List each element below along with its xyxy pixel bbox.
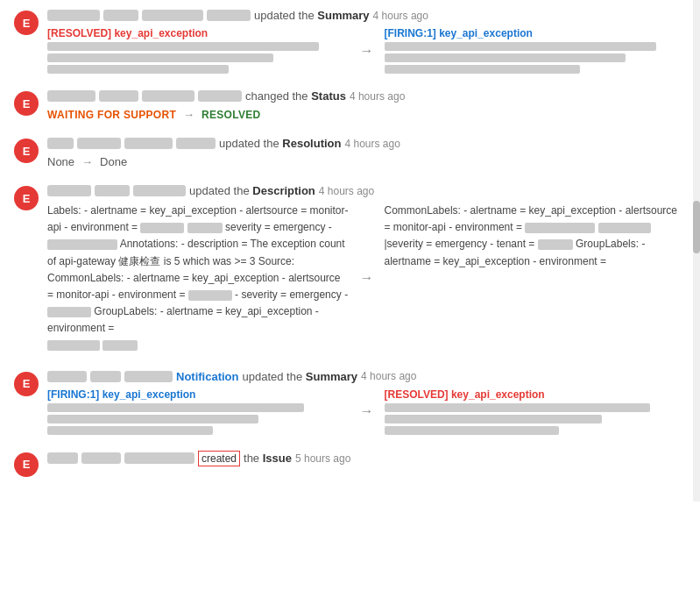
user-blur [47,371,87,382]
user-blur [77,138,121,149]
activity-header: changed the Status 4 hours ago [47,89,686,103]
activity-item: E Notification updated the Summary 4 hou… [14,370,686,435]
activity-header: updated the Resolution 4 hours ago [47,137,686,150]
user-blur [124,138,173,149]
from-summary: [RESOLVED] key_api_exception [47,27,350,74]
activity-header: Notification updated the Summary 4 hours… [47,370,686,383]
user-blur [47,452,78,464]
blur-lines [47,42,350,74]
blur [525,223,595,233]
user-blur [176,138,216,149]
user-blur [81,452,121,464]
action-text: the Issue [244,452,292,465]
blur [538,239,573,250]
activity-item: E created the Issue 5 hours ago [14,451,686,477]
summary-change: [RESOLVED] key_api_exception → [FIRING:1… [47,27,686,74]
activity-item: E updated the Resolution 4 hours ago Non… [14,137,686,168]
arrow: → [183,108,194,121]
blur-line [385,53,626,62]
activity-content: updated the Resolution 4 hours ago None … [47,137,686,168]
time-ago: 4 hours ago [350,90,405,103]
blur [598,223,651,233]
activity-feed: E updated the Summary 4 hours ago [RESOL… [0,0,700,502]
activity-content: Notification updated the Summary 4 hours… [47,370,686,435]
blur [47,307,91,317]
user-blur [133,185,186,196]
status-change: WAITING FOR SUPPORT → RESOLVED [47,108,686,121]
user-blur [47,10,100,21]
user-blur [103,10,138,21]
activity-content: created the Issue 5 hours ago [47,451,686,472]
time-ago: 4 hours ago [373,10,428,22]
from-label: [RESOLVED] key_api_exception [47,27,350,39]
user-blur [124,452,194,464]
avatar: E [14,11,39,35]
to-description: CommonLabels: - alertname = key_api_exce… [385,203,687,354]
blur-line [385,403,650,412]
activity-item: E updated the Description 4 hours ago La… [14,184,686,354]
user-blur [47,185,91,196]
user-blur [47,138,74,149]
blur-lines [385,42,687,74]
arrow: → [81,155,93,168]
activity-content: updated the Description 4 hours ago Labe… [47,184,686,354]
time-ago: 4 hours ago [344,138,399,150]
blur-line [47,42,319,51]
action-text: updated the Summary [243,370,358,383]
action-text: changed the Status [245,89,346,103]
user-blur [47,90,95,102]
scrollbar[interactable] [693,0,700,502]
scrollbar-thumb[interactable] [693,201,700,253]
blur-line [47,65,229,74]
avatar: E [14,372,39,396]
blur-line [385,415,602,423]
blur-line [47,53,273,62]
user-blur [95,185,130,196]
blur-lines [47,403,350,435]
from-summary: [FIRING:1] key_api_exception [47,388,350,435]
created-highlight: created [198,451,240,466]
activity-content: updated the Summary 4 hours ago [RESOLVE… [47,9,686,74]
activity-content: changed the Status 4 hours ago WAITING F… [47,89,686,121]
blur-lines [385,403,687,435]
to-summary: [FIRING:1] key_api_exception [385,27,687,74]
blur-line [47,403,304,412]
blur [103,340,138,351]
desc-from-text: Labels: - alertname = key_api_exception … [47,203,350,354]
desc-to-text: CommonLabels: - alertname = key_api_exce… [385,203,687,270]
activity-item: E changed the Status 4 hours ago WAITING… [14,89,686,121]
user-blur [90,371,121,382]
from-status: WAITING FOR SUPPORT [47,109,176,121]
user-blur [207,10,251,21]
blur [140,223,184,233]
time-ago: 4 hours ago [361,370,416,382]
blur [188,290,232,301]
summary-change: [FIRING:1] key_api_exception → [RESOLVED… [47,388,686,435]
to-summary: [RESOLVED] key_api_exception [385,388,687,435]
action-text: updated the Summary [254,9,370,22]
action-text: updated the Resolution [219,137,341,150]
avatar: E [14,139,39,163]
blur-line [385,426,560,435]
activity-item: E updated the Summary 4 hours ago [RESOL… [14,9,686,74]
activity-header: created the Issue 5 hours ago [47,451,686,466]
user-blur [142,90,194,102]
to-status: RESOLVED [202,109,261,121]
avatar: E [14,452,39,477]
action-text: updated the Description [189,184,315,197]
blur [187,223,223,233]
user-blur [99,90,138,102]
description-change: Labels: - alertname = key_api_exception … [47,203,686,354]
blur-line [47,415,258,423]
activity-header: updated the Summary 4 hours ago [47,9,686,22]
notification-label: Notification [176,370,239,383]
to-label: [RESOLVED] key_api_exception [385,388,687,401]
arrow-divider: → [357,403,378,419]
blur [47,340,100,351]
avatar: E [14,186,39,210]
resolution-change: None → Done [47,155,686,168]
blur-line [385,42,656,51]
to-label: [FIRING:1] key_api_exception [385,27,687,39]
arrow-divider: → [357,270,378,286]
blur [47,239,117,250]
